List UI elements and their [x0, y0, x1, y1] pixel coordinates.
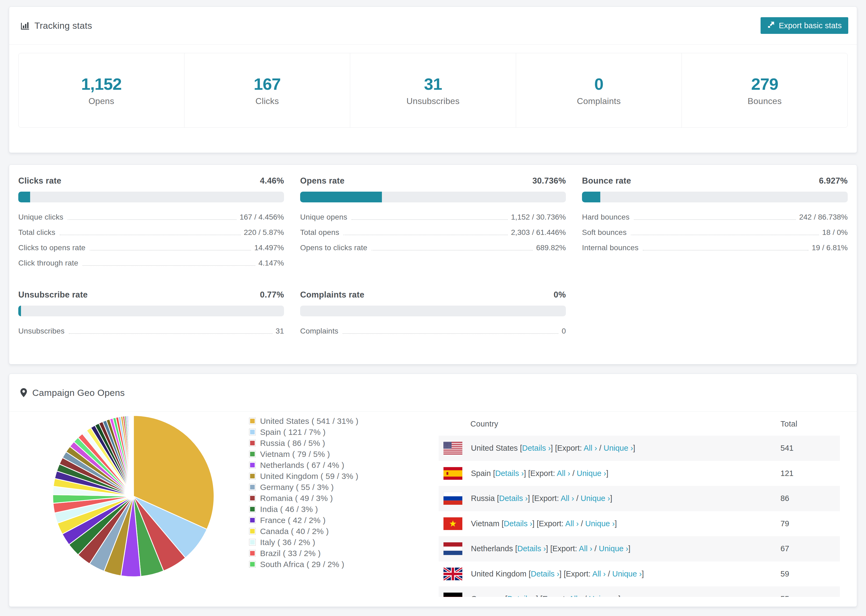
- progress-fill: [18, 192, 30, 203]
- legend-item: Vietnam ( 79 / 5% ): [249, 449, 359, 460]
- legend-swatch: [249, 506, 256, 512]
- rate-percent: 0.77%: [260, 290, 284, 300]
- export-unique-link[interactable]: Unique ›: [581, 494, 610, 503]
- rate-row-value: 689.82%: [536, 244, 566, 252]
- flag-vn-icon: [444, 517, 462, 530]
- details-link[interactable]: Details ›: [522, 444, 551, 452]
- legend-swatch: [249, 495, 256, 501]
- export-all-link[interactable]: All ›: [557, 469, 570, 478]
- legend-label: Canada ( 40 / 2% ): [260, 527, 329, 536]
- rate-row-label: Unique clicks: [18, 213, 63, 222]
- legend-swatch: [249, 517, 256, 523]
- export-all-link[interactable]: All ›: [561, 494, 574, 503]
- rate-block-header: Clicks rate4.46%: [18, 176, 284, 186]
- country-name: Russia: [471, 494, 495, 503]
- legend-label: Netherlands ( 67 / 4% ): [260, 460, 344, 470]
- export-unique-link[interactable]: Unique ›: [576, 469, 606, 478]
- legend-swatch: [249, 440, 256, 446]
- rates-grid: Clicks rate4.46%Unique clicks167 / 4.456…: [9, 165, 857, 355]
- export-unique-link[interactable]: Unique ›: [589, 594, 618, 597]
- rate-row-label: Opens to clicks rate: [300, 244, 367, 252]
- legend-item: Spain ( 121 / 7% ): [249, 426, 359, 438]
- rate-rows: Unique clicks167 / 4.456%Total clicks220…: [18, 209, 284, 271]
- details-link[interactable]: Details ›: [504, 519, 532, 528]
- table-row: Germany [Details ›] [Export: All › / Uni…: [439, 586, 840, 597]
- export-all-link[interactable]: All ›: [579, 544, 592, 553]
- progress-bar: [300, 306, 566, 316]
- stat-label: Bounces: [748, 96, 782, 106]
- export-all-link[interactable]: All ›: [565, 519, 579, 528]
- details-link[interactable]: Details ›: [507, 594, 536, 597]
- legend-item: Germany ( 55 / 3% ): [249, 482, 359, 493]
- rate-block: Unsubscribe rate0.77%Unsubscribes31: [18, 290, 284, 339]
- rate-percent: 0%: [554, 290, 566, 300]
- total-column-header: Total: [778, 420, 840, 428]
- country-name: Netherlands: [471, 544, 513, 553]
- table-row: Netherlands [Details ›] [Export: All › /…: [439, 536, 840, 561]
- rate-row-label: Total opens: [300, 228, 339, 237]
- rate-title: Clicks rate: [18, 176, 61, 186]
- legend-label: United Kingdom ( 59 / 3% ): [260, 472, 358, 481]
- details-link[interactable]: Details ›: [499, 494, 527, 503]
- rate-block: Complaints rate0%Complaints0: [300, 290, 566, 339]
- stat-value: 1,152: [81, 74, 121, 94]
- flag-es-icon: [444, 467, 462, 480]
- total-value: 67: [778, 544, 840, 553]
- legend-item: South Africa ( 29 / 2% ): [249, 559, 359, 570]
- geo-title: Campaign Geo Opens: [32, 388, 125, 398]
- export-basic-stats-button[interactable]: Export basic stats: [761, 17, 848, 34]
- export-unique-link[interactable]: Unique ›: [612, 569, 642, 578]
- rate-row-value: 14.497%: [254, 244, 284, 252]
- export-unique-link[interactable]: Unique ›: [585, 519, 615, 528]
- geo-table-header: Country Total: [439, 412, 840, 436]
- export-all-link[interactable]: All ›: [592, 569, 606, 578]
- rate-block-header: Complaints rate0%: [300, 290, 566, 300]
- country-cell: United States [Details ›] [Export: All ›…: [439, 442, 778, 454]
- rate-row-label: Soft bounces: [582, 228, 627, 237]
- legend-swatch: [249, 539, 256, 545]
- total-value: 55: [778, 594, 840, 597]
- country-cell: Vietnam [Details ›] [Export: All › / Uni…: [439, 517, 778, 530]
- details-link[interactable]: Details ›: [531, 569, 559, 578]
- export-icon: [767, 21, 775, 31]
- export-all-link[interactable]: All ›: [569, 594, 582, 597]
- total-value: 79: [778, 519, 840, 528]
- rate-row: Hard bounces242 / 86.738%: [582, 209, 848, 225]
- rate-rows: Hard bounces242 / 86.738%Soft bounces18 …: [582, 209, 848, 255]
- details-link[interactable]: Details ›: [518, 544, 546, 553]
- progress-bar: [18, 306, 284, 316]
- export-all-link[interactable]: All ›: [584, 444, 597, 452]
- dotted-leader: [343, 333, 558, 334]
- rate-row: Click through rate4.147%: [18, 255, 284, 271]
- rate-block: Clicks rate4.46%Unique clicks167 / 4.456…: [18, 176, 284, 271]
- rate-row-label: Internal bounces: [582, 244, 638, 252]
- rate-row: Total opens2,303 / 61.446%: [300, 225, 566, 240]
- rate-row-label: Clicks to opens rate: [18, 244, 85, 252]
- country-cell: Russia [Details ›] [Export: All › / Uniq…: [439, 492, 778, 505]
- geo-table-body: United States [Details ›] [Export: All ›…: [439, 436, 840, 597]
- stat-value: 31: [424, 74, 442, 94]
- country-text: Spain [Details ›] [Export: All › / Uniqu…: [471, 469, 608, 478]
- legend-item: Canada ( 40 / 2% ): [249, 526, 359, 537]
- tracking-stats-header: Tracking stats Export basic stats: [9, 7, 857, 45]
- progress-fill: [582, 192, 600, 203]
- country-text: Vietnam [Details ›] [Export: All › / Uni…: [471, 519, 617, 528]
- export-unique-link[interactable]: Unique ›: [603, 444, 633, 452]
- rate-row-value: 167 / 4.456%: [239, 213, 284, 222]
- dotted-leader: [372, 250, 533, 250]
- rate-row-value: 220 / 5.87%: [244, 228, 284, 237]
- rate-row: Opens to clicks rate689.82%: [300, 240, 566, 255]
- rate-title: Bounce rate: [582, 176, 631, 186]
- legend-item: Brazil ( 33 / 2% ): [249, 548, 359, 559]
- rate-row: Total clicks220 / 5.87%: [18, 225, 284, 240]
- country-text: United States [Details ›] [Export: All ›…: [471, 444, 635, 453]
- legend-label: Russia ( 86 / 5% ): [260, 438, 325, 448]
- details-link[interactable]: Details ›: [495, 469, 524, 478]
- rates-card: Clicks rate4.46%Unique clicks167 / 4.456…: [9, 165, 857, 365]
- rate-title: Opens rate: [300, 176, 345, 186]
- rate-percent: 6.927%: [819, 176, 848, 186]
- legend-swatch: [249, 561, 256, 567]
- rate-row-label: Complaints: [300, 327, 339, 335]
- dotted-leader: [631, 235, 819, 235]
- export-unique-link[interactable]: Unique ›: [599, 544, 628, 553]
